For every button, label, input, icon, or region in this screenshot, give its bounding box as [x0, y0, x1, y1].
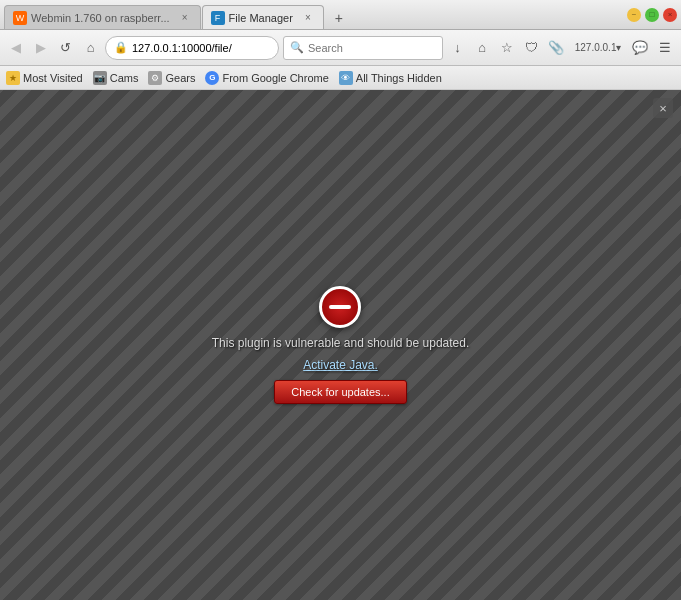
titlebar: W Webmin 1.760 on raspberr... × F File M…: [0, 0, 681, 30]
reload-button[interactable]: ↺: [56, 36, 77, 60]
download-button[interactable]: ↓: [447, 36, 468, 60]
overlay-close-button[interactable]: ×: [653, 98, 673, 118]
new-tab-button[interactable]: +: [328, 7, 350, 29]
url-bar[interactable]: 🔒: [105, 36, 279, 60]
bookmarks-bar: ★ Most Visited 📷 Cams ⚙ Gears G From Goo…: [0, 66, 681, 90]
close-button[interactable]: ×: [663, 8, 677, 22]
tab-filemanager[interactable]: F File Manager ×: [202, 5, 324, 29]
ssl-icon: 🔒: [114, 41, 128, 54]
plugin-error-box: This plugin is vulnerable and should be …: [212, 286, 470, 404]
bookmark-cams-label: Cams: [110, 72, 139, 84]
bookmark-most-visited-icon: ★: [6, 71, 20, 85]
url-input[interactable]: [132, 42, 270, 54]
bookmark-from-google-chrome-label: From Google Chrome: [222, 72, 328, 84]
minimize-button[interactable]: −: [627, 8, 641, 22]
search-icon: 🔍: [290, 41, 304, 54]
bookmark-gears[interactable]: ⚙ Gears: [148, 71, 195, 85]
bookmark-gears-label: Gears: [165, 72, 195, 84]
plugin-message: This plugin is vulnerable and should be …: [212, 336, 470, 350]
chat-button[interactable]: 💬: [629, 36, 650, 60]
menu-button[interactable]: ☰: [654, 36, 675, 60]
bookmark-most-visited[interactable]: ★ Most Visited: [6, 71, 83, 85]
search-bar[interactable]: 🔍: [283, 36, 443, 60]
bookmark-gears-icon: ⚙: [148, 71, 162, 85]
navbar: ◀ ▶ ↺ ⌂ 🔒 🔍 ↓ ⌂ ☆ 🛡 📎 127.0.0.1▾ 💬 ☰: [0, 30, 681, 66]
bookmark-most-visited-label: Most Visited: [23, 72, 83, 84]
bookmark-cams-icon: 📷: [93, 71, 107, 85]
content-area: × This plugin is vulnerable and should b…: [0, 90, 681, 600]
window-controls: − □ ×: [627, 8, 677, 22]
clip-button[interactable]: 📎: [546, 36, 567, 60]
shield-button[interactable]: 🛡: [521, 36, 542, 60]
account-label: 127.0.0.1▾: [575, 42, 622, 53]
account-button[interactable]: 127.0.0.1▾: [571, 36, 626, 60]
back-button[interactable]: ◀: [6, 36, 27, 60]
home-button[interactable]: ⌂: [80, 36, 101, 60]
tab-webmin-label: Webmin 1.760 on raspberr...: [31, 12, 170, 24]
tab-bar: W Webmin 1.760 on raspberr... × F File M…: [4, 0, 627, 29]
search-input[interactable]: [308, 42, 446, 54]
bookmark-all-things-hidden-label: All Things Hidden: [356, 72, 442, 84]
bookmark-cams[interactable]: 📷 Cams: [93, 71, 139, 85]
tab-favicon-webmin: W: [13, 11, 27, 25]
check-for-updates-button[interactable]: Check for updates...: [274, 380, 406, 404]
bookmark-star-button[interactable]: ☆: [497, 36, 518, 60]
maximize-button[interactable]: □: [645, 8, 659, 22]
home-icon-button[interactable]: ⌂: [472, 36, 493, 60]
tab-favicon-filemanager: F: [211, 11, 225, 25]
tab-webmin-close[interactable]: ×: [178, 11, 192, 25]
activate-java-link[interactable]: Activate Java.: [303, 358, 378, 372]
bookmark-eye-icon: 👁: [339, 71, 353, 85]
tab-filemanager-label: File Manager: [229, 12, 293, 24]
plugin-background: × This plugin is vulnerable and should b…: [0, 90, 681, 600]
blocked-plugin-icon: [319, 286, 361, 328]
forward-button[interactable]: ▶: [31, 36, 52, 60]
tab-webmin[interactable]: W Webmin 1.760 on raspberr... ×: [4, 5, 201, 29]
plugin-icon-dash: [329, 305, 351, 309]
bookmark-from-google-chrome[interactable]: G From Google Chrome: [205, 71, 328, 85]
browser-window: W Webmin 1.760 on raspberr... × F File M…: [0, 0, 681, 600]
bookmark-all-things-hidden[interactable]: 👁 All Things Hidden: [339, 71, 442, 85]
bookmark-chrome-icon: G: [205, 71, 219, 85]
tab-filemanager-close[interactable]: ×: [301, 11, 315, 25]
